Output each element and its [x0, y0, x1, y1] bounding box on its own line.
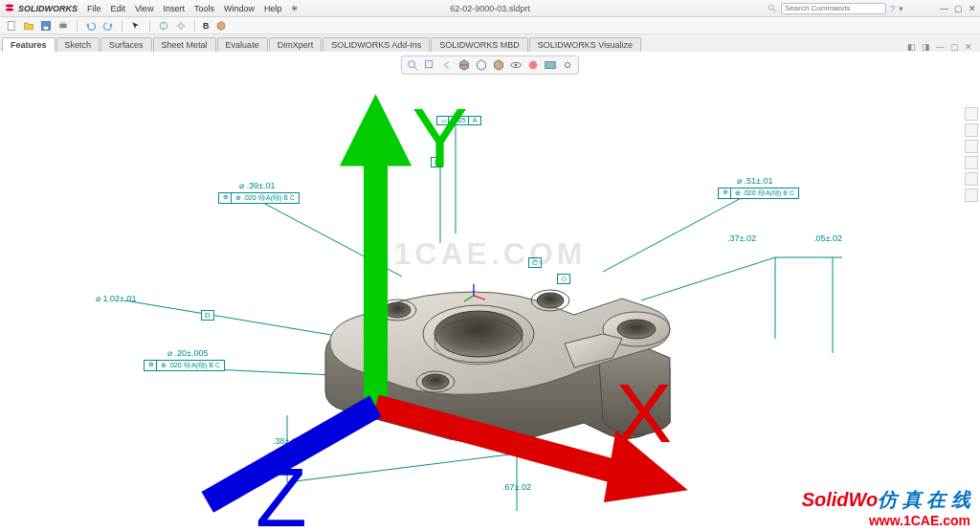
tab-expand-icon[interactable]: ◧	[907, 42, 916, 52]
undo-icon[interactable]	[85, 20, 97, 32]
svg-text:Z: Z	[256, 450, 307, 526]
options-icon[interactable]	[175, 20, 187, 32]
svg-point-0	[768, 5, 773, 10]
tab-sketch[interactable]: Sketch	[56, 37, 100, 52]
doc-close-button[interactable]: ✕	[965, 42, 972, 52]
open-icon[interactable]	[23, 20, 34, 32]
print-icon[interactable]	[57, 20, 69, 32]
tab-visualize[interactable]: SOLIDWORKS Visualize	[529, 37, 641, 52]
svg-rect-2	[8, 21, 14, 30]
menu-window[interactable]: Window	[224, 4, 255, 13]
watermark-brand: SolidWo仿 真 在 线	[802, 487, 970, 513]
window-controls: — ▢ ✕	[940, 4, 976, 13]
bold-icon[interactable]: B	[203, 21, 210, 31]
menu-tools[interactable]: Tools	[194, 4, 214, 13]
svg-marker-46	[340, 94, 412, 166]
part-icon[interactable]	[215, 20, 227, 32]
svg-text:X: X	[616, 366, 673, 460]
save-icon[interactable]	[40, 20, 52, 32]
search-input[interactable]	[781, 3, 886, 14]
tab-sheet-metal[interactable]: Sheet Metal	[153, 37, 216, 52]
menu-bar: File Edit View Insert Tools Window Help …	[87, 4, 299, 13]
tab-collapse-icon[interactable]: ◨	[922, 42, 930, 52]
tab-features[interactable]: Features	[2, 37, 56, 52]
watermark-url: www.1CAE.com	[869, 513, 970, 528]
svg-rect-6	[61, 21, 66, 23]
tab-addins[interactable]: SOLIDWORKS Add-Ins	[323, 37, 430, 52]
menu-insert[interactable]: Insert	[163, 4, 185, 13]
svg-rect-5	[59, 23, 67, 28]
tab-evaluate[interactable]: Evaluate	[217, 37, 268, 52]
menu-view[interactable]: View	[135, 4, 153, 13]
tab-mbd[interactable]: SOLIDWORKS MBD	[431, 37, 528, 52]
svg-line-47	[376, 407, 640, 478]
rebuild-icon[interactable]	[158, 20, 169, 32]
tab-surfaces[interactable]: Surfaces	[100, 37, 152, 52]
search-icon-small[interactable]: ✳	[291, 4, 299, 13]
doc-minimize-button[interactable]: —	[936, 42, 945, 52]
origin-triad: Y X Z	[6, 52, 980, 526]
feature-tabs: Features Sketch Surfaces Sheet Metal Eva…	[0, 34, 980, 52]
menu-file[interactable]: File	[87, 4, 101, 13]
svg-point-8	[179, 23, 184, 28]
redo-icon[interactable]	[102, 20, 114, 32]
quick-access-toolbar: B	[0, 17, 980, 34]
menu-help[interactable]: Help	[264, 4, 282, 13]
app-brand: SOLIDWORKS	[18, 4, 78, 13]
help-icon[interactable]: ?	[890, 4, 895, 13]
document-title: 62-02-9000-03.sldprt	[450, 4, 530, 13]
tab-dimxpert[interactable]: DimXpert	[269, 37, 323, 52]
maximize-button[interactable]: ▢	[954, 4, 963, 13]
select-icon[interactable]	[130, 20, 142, 32]
close-button[interactable]: ✕	[969, 4, 976, 13]
menu-edit[interactable]: Edit	[111, 4, 126, 13]
new-icon[interactable]	[6, 20, 17, 32]
svg-rect-4	[44, 26, 49, 29]
search-box: ? ▾	[768, 3, 903, 14]
svg-text:Y: Y	[412, 90, 468, 185]
title-bar: SOLIDWORKS File Edit View Insert Tools W…	[0, 0, 980, 17]
svg-line-1	[773, 9, 776, 11]
doc-maximize-button[interactable]: ▢	[950, 42, 959, 52]
minimize-button[interactable]: —	[940, 4, 948, 13]
solidworks-logo-icon	[4, 3, 15, 14]
search-icon	[768, 4, 777, 13]
graphics-viewport[interactable]: ▱.005A B C D ◇ ⌀ 1.02±.01 .38±.02 .67±.0…	[0, 52, 980, 532]
app-logo: SOLIDWORKS	[4, 3, 78, 14]
